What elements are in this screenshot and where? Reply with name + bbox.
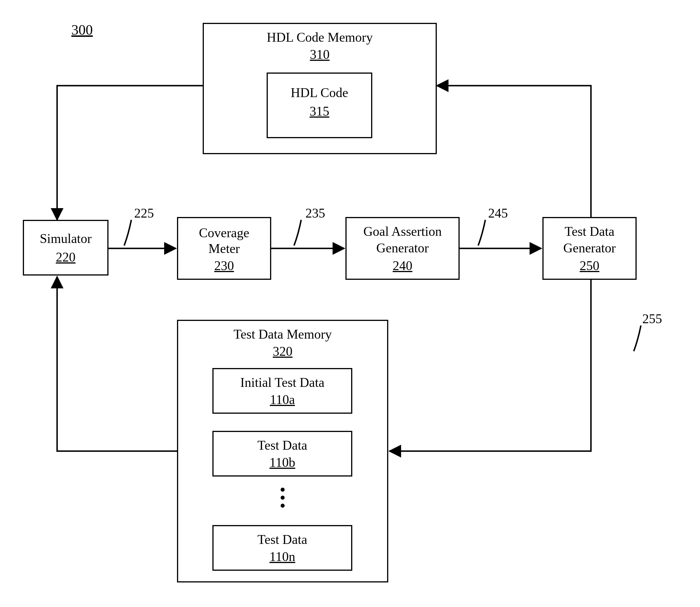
test-data-generator-title-2: Generator [544,240,635,255]
hdl-code-memory-box: HDL Code Memory 310 HDL Code 315 [203,23,437,154]
initial-test-data-ref: 110a [214,392,351,407]
test-data-b-ref: 110b [214,455,351,470]
hdl-code-memory-title: HDL Code Memory [204,30,436,45]
test-data-memory-box: Test Data Memory 320 Initial Test Data 1… [177,320,388,583]
test-data-memory-title: Test Data Memory [178,327,387,342]
hook-245 [478,220,485,246]
coverage-meter-box: Coverage Meter 230 [177,217,271,280]
coverage-meter-ref: 230 [178,258,270,273]
hook-255 [634,326,641,351]
test-data-generator-ref: 250 [544,258,635,273]
wire-testgen-to-hdlmem [437,86,591,217]
wire-225-label: 225 [134,206,154,221]
wire-235-label: 235 [305,206,325,221]
wire-testmem-to-simulator [57,277,177,451]
test-data-b-title: Test Data [214,438,351,453]
hook-225 [124,220,131,246]
diagram-reference: 300 [71,21,93,38]
test-data-b-box: Test Data 110b [212,431,352,477]
hdl-code-box: HDL Code 315 [267,72,372,138]
hdl-code-title: HDL Code [268,85,371,100]
ellipsis-dots [281,484,284,511]
goal-assertion-title-2: Generator [346,240,459,255]
test-data-n-ref: 110n [214,549,351,564]
coverage-meter-title-1: Coverage [178,225,270,240]
goal-assertion-title-1: Goal Assertion [346,224,459,239]
goal-assertion-ref: 240 [346,258,459,273]
test-data-generator-box: Test Data Generator 250 [543,217,637,280]
simulator-box: Simulator 220 [23,220,108,275]
goal-assertion-generator-box: Goal Assertion Generator 240 [345,217,460,280]
hdl-code-memory-ref: 310 [204,47,436,62]
wire-255-label: 255 [642,311,662,326]
wire-testgen-to-testmem [389,280,591,451]
hdl-code-ref: 315 [268,104,371,119]
simulator-ref: 220 [24,250,107,265]
wire-hdlmem-to-simulator [57,86,203,220]
initial-test-data-title: Initial Test Data [214,375,351,390]
test-data-n-title: Test Data [214,532,351,547]
coverage-meter-title-2: Meter [178,241,270,256]
test-data-generator-title-1: Test Data [544,224,635,239]
test-data-memory-ref: 320 [178,344,387,359]
test-data-n-box: Test Data 110n [212,525,352,571]
wire-245-label: 245 [488,206,508,221]
simulator-title: Simulator [24,231,107,246]
hook-235 [294,220,301,246]
initial-test-data-box: Initial Test Data 110a [212,368,352,414]
